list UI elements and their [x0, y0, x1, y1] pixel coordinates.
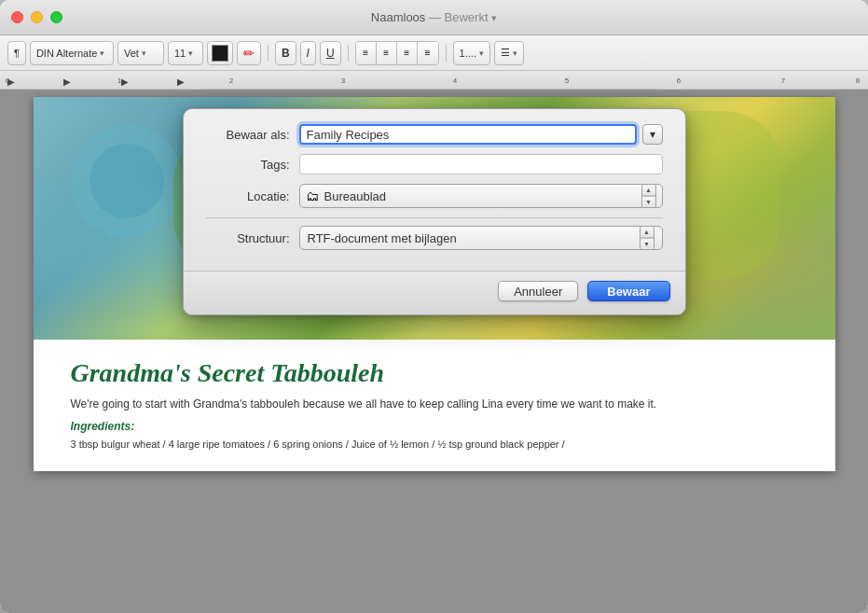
window-title: Naamloos — Bewerkt ▾	[371, 10, 497, 24]
align-center-button[interactable]: ≡	[377, 42, 397, 64]
titlebar: Naamloos — Bewerkt ▾	[0, 0, 868, 35]
tags-row: Tags:	[206, 154, 663, 174]
format-label: Structuur:	[206, 231, 290, 245]
filename-row: Bewaar als: ▾	[206, 124, 663, 145]
format-selector[interactable]: RTF-document met bijlagen ▲ ▼	[299, 226, 663, 250]
ruler: ▶ ▶ ▶ ▶ 0 1 2 3 4 5 6 7 8	[0, 71, 868, 90]
save-dialog: Bewaar als: ▾ Tags: Locatie: 🗂 B	[183, 108, 686, 315]
tags-input[interactable]	[299, 154, 663, 174]
alignment-group: ≡ ≡ ≡ ≡	[355, 41, 439, 65]
format-stepper-down[interactable]: ▼	[641, 238, 654, 249]
location-value: Bureaublad	[324, 189, 632, 203]
format-value: RTF-document met bijlagen	[308, 231, 636, 245]
paragraph-button[interactable]: ¶	[7, 41, 26, 65]
close-button[interactable]	[11, 11, 23, 23]
align-right-button[interactable]: ≡	[397, 42, 418, 64]
color-swatch	[212, 45, 228, 62]
expand-button[interactable]: ▾	[642, 124, 663, 145]
list-bullets-button[interactable]: ☰ ▾	[494, 41, 524, 65]
paragraph-icon: ¶	[14, 48, 20, 59]
ingredients-text: 3 tbsp bulgur wheat / 4 large ripe tomat…	[71, 437, 798, 453]
font-style-selector[interactable]: Vet ▾	[117, 41, 164, 65]
ruler-tab-3[interactable]: ▶	[177, 77, 185, 87]
toolbar-separator	[268, 45, 269, 62]
location-row: Locatie: 🗂 Bureaublad ▲ ▼	[206, 184, 663, 208]
format-row: Structuur: RTF-document met bijlagen ▲ ▼	[206, 226, 663, 250]
eraser-icon: ✏	[243, 46, 255, 61]
location-label: Locatie:	[206, 189, 290, 203]
dialog-divider	[206, 217, 663, 218]
toolbar-separator-3	[446, 45, 447, 62]
color-picker[interactable]	[207, 41, 233, 65]
ingredients-title: Ingredients:	[71, 420, 798, 433]
font-size-selector[interactable]: 11 ▾	[168, 41, 203, 65]
stepper-up[interactable]: ▲	[642, 185, 655, 196]
cancel-button[interactable]: Annuleer	[498, 281, 578, 301]
toolbar-separator-2	[348, 45, 349, 62]
location-stepper[interactable]: ▲ ▼	[641, 184, 656, 208]
window-controls	[11, 11, 62, 23]
app-window: Naamloos — Bewerkt ▾ ¶ DIN Alternate ▾ V…	[0, 0, 868, 613]
align-left-button[interactable]: ≡	[356, 42, 377, 64]
maximize-button[interactable]	[50, 11, 62, 23]
save-button[interactable]: Bewaar	[587, 281, 669, 301]
align-justify-button[interactable]: ≡	[418, 42, 438, 64]
italic-button[interactable]: I	[300, 41, 316, 65]
format-stepper-up[interactable]: ▲	[641, 227, 654, 238]
bold-button[interactable]: B	[275, 41, 296, 65]
format-stepper[interactable]: ▲ ▼	[640, 226, 654, 250]
document-area: Grandma's Secret Tabbouleh We're going t…	[0, 90, 868, 613]
ruler-tab-1[interactable]: ▶	[63, 77, 71, 87]
dialog-footer: Annuleer Bewaar	[184, 271, 685, 314]
filename-label: Bewaar als:	[206, 128, 290, 142]
recipe-title: Grandma's Secret Tabbouleh	[71, 358, 798, 388]
filename-input[interactable]	[299, 124, 637, 145]
minimize-button[interactable]	[31, 11, 43, 23]
list-numbered-button[interactable]: 1.... ▾	[453, 41, 490, 65]
document-text: Grandma's Secret Tabbouleh We're going t…	[34, 340, 835, 471]
ruler-tab-2[interactable]: ▶	[121, 77, 129, 87]
location-selector[interactable]: 🗂 Bureaublad ▲ ▼	[299, 184, 663, 208]
recipe-intro: We're going to start with Grandma's tabb…	[71, 396, 798, 412]
eraser-tool[interactable]: ✏	[237, 41, 261, 65]
font-family-selector[interactable]: DIN Alternate ▾	[30, 41, 114, 65]
folder-icon: 🗂	[306, 188, 319, 203]
tags-label: Tags:	[206, 158, 290, 172]
underline-button[interactable]: U	[320, 41, 341, 65]
stepper-down[interactable]: ▼	[642, 196, 655, 207]
toolbar: ¶ DIN Alternate ▾ Vet ▾ 11 ▾ ✏ B I U	[0, 35, 868, 71]
